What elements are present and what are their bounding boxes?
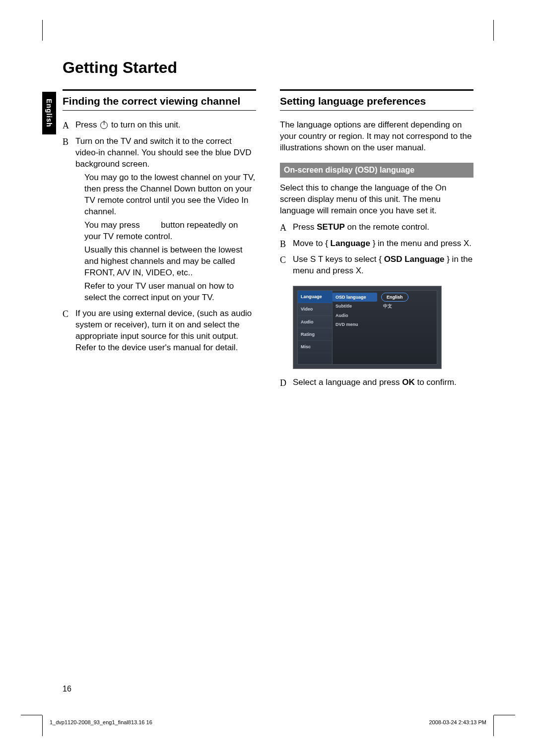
osd-sub-audio: Audio bbox=[333, 311, 377, 320]
left-heading: Finding the correct viewing channel bbox=[63, 95, 256, 107]
substep: You may press button repeatedly on your … bbox=[75, 220, 256, 243]
substep: Usually this channel is between the lowe… bbox=[75, 245, 256, 279]
osd-sub-dvdmenu: DVD menu bbox=[333, 320, 377, 329]
step-marker: B bbox=[63, 136, 68, 148]
step-text: Turn on the TV and switch it to the corr… bbox=[75, 136, 251, 169]
step-marker: B bbox=[280, 238, 286, 250]
osd-menu-illustration: Language Video Audio Rating Misc OSD lan… bbox=[293, 286, 442, 369]
right-step-a: A Press SETUP on the remote control. bbox=[280, 222, 473, 233]
osd-menu-item-misc: Misc bbox=[298, 341, 332, 353]
language-tab: English bbox=[42, 92, 56, 134]
right-intro: The language options are different depen… bbox=[280, 120, 473, 154]
substep: Refer to your TV user manual on how to s… bbox=[75, 281, 256, 304]
right-step-c: C Use S T keys to select { OSD Language … bbox=[280, 254, 473, 277]
osd-menu-sublist: OSD language Subtitle Audio DVD menu bbox=[333, 291, 377, 364]
osd-menu-item-rating: Rating bbox=[298, 328, 332, 341]
power-icon bbox=[100, 122, 108, 129]
left-step-a: A Press to turn on this unit. bbox=[63, 120, 256, 131]
step-text: Move to { Language } in the menu and pre… bbox=[293, 239, 471, 248]
osd-sub-osdlanguage: OSD language bbox=[333, 293, 377, 302]
left-step-b: B Turn on the TV and switch it to the co… bbox=[63, 136, 256, 303]
right-heading: Setting language preferences bbox=[280, 95, 473, 107]
step-text: Press to turn on this unit. bbox=[75, 120, 181, 129]
osd-heading-bar: On-screen display (OSD) language bbox=[280, 163, 473, 178]
osd-menu-options: English 中文 bbox=[377, 291, 437, 364]
step-text: Press SETUP on the remote control. bbox=[293, 222, 429, 232]
step-marker: D bbox=[280, 377, 286, 389]
crop-mark bbox=[493, 715, 494, 736]
step-text: If you are using external device, (such … bbox=[75, 309, 252, 352]
osd-menu-categories: Language Video Audio Rating Misc bbox=[298, 291, 333, 364]
crop-mark bbox=[494, 715, 515, 715]
footer-right: 2008-03-24 2:43:13 PM bbox=[429, 719, 486, 726]
step-marker: C bbox=[63, 308, 68, 320]
page-content: Getting Started Finding the correct view… bbox=[63, 57, 473, 393]
substep: You may go to the lowest channel on your… bbox=[75, 172, 256, 218]
page-title: Getting Started bbox=[63, 57, 473, 78]
osd-menu-item-video: Video bbox=[298, 303, 332, 315]
footer: 1_dvp1120-2008_93_eng1_final813.16 16 20… bbox=[50, 719, 486, 726]
left-step-c: C If you are using external device, (suc… bbox=[63, 308, 256, 354]
step-text: Select a language and press OK to confir… bbox=[293, 378, 457, 387]
crop-mark bbox=[493, 20, 494, 41]
right-step-b: B Move to { Language } in the menu and p… bbox=[280, 238, 473, 250]
step-marker: A bbox=[280, 222, 286, 234]
osd-option-chinese: 中文 bbox=[379, 302, 396, 311]
osd-menu-item-audio: Audio bbox=[298, 316, 332, 328]
left-column: Finding the correct viewing channel A Pr… bbox=[63, 89, 256, 393]
osd-intro: Select this to change the language of th… bbox=[280, 183, 473, 217]
step-marker: A bbox=[63, 120, 69, 131]
crop-mark bbox=[42, 715, 43, 736]
crop-mark bbox=[21, 715, 42, 715]
osd-option-english: English bbox=[381, 293, 408, 302]
right-step-d: D Select a language and press OK to conf… bbox=[280, 377, 473, 388]
crop-mark bbox=[42, 20, 43, 41]
page-number: 16 bbox=[63, 684, 71, 694]
footer-left: 1_dvp1120-2008_93_eng1_final813.16 16 bbox=[50, 719, 152, 726]
step-marker: C bbox=[280, 254, 286, 266]
osd-sub-subtitle: Subtitle bbox=[333, 302, 377, 311]
right-column: Setting language preferences The languag… bbox=[280, 89, 473, 393]
osd-menu-item-language: Language bbox=[298, 291, 332, 303]
language-tab-label: English bbox=[45, 99, 54, 127]
step-text: Use S T keys to select { OSD Language } … bbox=[293, 254, 472, 275]
